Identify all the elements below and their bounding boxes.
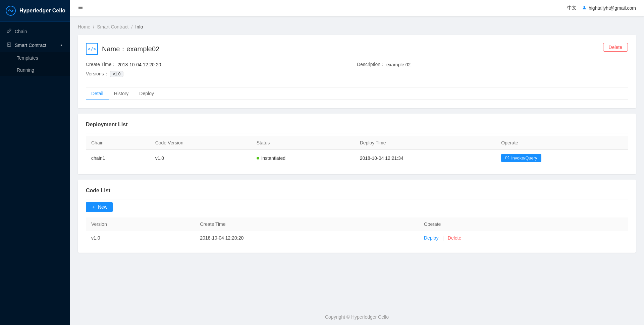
page-info-card: Delete </> Name：example02 Create Time： — [78, 35, 636, 108]
sidebar-item-templates[interactable]: Templates — [0, 52, 70, 64]
breadcrumb-home[interactable]: Home — [78, 24, 90, 29]
code-table-header-row: Version Create Time Operate — [86, 217, 628, 231]
tab-history[interactable]: History — [109, 87, 134, 100]
description-value: example 02 — [386, 62, 411, 67]
tabs: Detail History Deploy — [86, 87, 628, 100]
hamburger-icon[interactable] — [78, 5, 83, 11]
sidebar-navigation: Chain Smart Contract ▲ — [0, 22, 70, 325]
deployment-divider — [86, 133, 628, 133]
code-table: Version Create Time Operate v1.0 2018-10… — [86, 217, 628, 245]
deploy-link[interactable]: Deploy — [424, 235, 439, 241]
create-time-row: Create Time： 2018-10-04 12:20:20 — [86, 62, 357, 68]
page-delete-button[interactable]: Delete — [603, 43, 628, 52]
action-separator: | — [442, 235, 444, 241]
col-version: Version — [86, 217, 195, 231]
sidebar-chain-label: Chain — [15, 29, 27, 34]
col-status: Status — [251, 136, 355, 150]
deployment-table: Chain Code Version Status Deploy Time Op… — [86, 136, 628, 166]
col-code-operate: Operate — [419, 217, 628, 231]
status-dot-icon — [257, 157, 259, 159]
sidebar-smart-contract-header[interactable]: Smart Contract ▲ — [0, 38, 70, 52]
logo-icon — [5, 5, 16, 16]
sidebar-group-smart-contract: Smart Contract ▲ Templates Running — [0, 38, 70, 76]
sidebar-smart-contract-header-left: Smart Contract — [7, 42, 46, 48]
invoke-query-button[interactable]: Invoke/Query — [501, 154, 541, 162]
user-email: hightallyht@gmail.com — [589, 5, 636, 11]
breadcrumb-smart-contract[interactable]: Smart Contract — [97, 24, 128, 29]
code-list-title: Code List — [86, 188, 628, 194]
top-header: 中文 hightallyht@gmail.com — [70, 0, 644, 16]
sidebar-logo-text: Hyperledger Cello — [19, 8, 65, 14]
cell-operate: Invoke/Query — [496, 150, 628, 167]
smart-contract-icon — [7, 42, 11, 48]
tab-deploy-label: Deploy — [139, 91, 154, 96]
tab-detail-label: Detail — [91, 91, 103, 96]
breadcrumb-sep-1: / — [93, 24, 94, 29]
tab-deploy[interactable]: Deploy — [134, 87, 159, 100]
cell-code-create-time: 2018-10-04 12:20:20 — [195, 231, 419, 245]
content-area: Home / Smart Contract / Info Delete </> … — [70, 16, 644, 309]
smart-contract-arrow-icon: ▲ — [60, 43, 63, 47]
deployment-list-card: Deployment List Chain Code Version Statu… — [78, 114, 636, 174]
page-title-icon: </> — [86, 43, 98, 55]
col-create-time: Create Time — [195, 217, 419, 231]
col-deploy-time: Deploy Time — [355, 136, 496, 150]
sidebar-smart-contract-label: Smart Contract — [15, 43, 46, 48]
svg-point-7 — [584, 6, 585, 8]
col-operate: Operate — [496, 136, 628, 150]
svg-point-1 — [8, 10, 9, 11]
invoke-icon — [505, 155, 509, 160]
page-title: Name：example02 — [102, 45, 159, 54]
tab-detail[interactable]: Detail — [86, 87, 109, 100]
sidebar-item-chain[interactable]: Chain — [0, 24, 70, 38]
info-columns: Create Time： 2018-10-04 12:20:20 Version… — [86, 62, 628, 80]
deployment-table-head: Chain Code Version Status Deploy Time Op… — [86, 136, 628, 150]
user-avatar-icon — [582, 5, 587, 11]
code-table-body: v1.0 2018-10-04 12:20:20 Deploy | Delete — [86, 231, 628, 245]
description-label: Description： — [357, 62, 385, 68]
top-header-right: 中文 hightallyht@gmail.com — [567, 5, 636, 11]
breadcrumb-info: Info — [135, 24, 143, 29]
code-divider — [86, 199, 628, 199]
code-icon: </> — [88, 46, 96, 52]
status-badge: Instantiated — [257, 155, 349, 161]
table-row: chain1 v1.0 Instantiated 2018-10-04 12:2… — [86, 150, 628, 167]
deployment-table-header-row: Chain Code Version Status Deploy Time Op… — [86, 136, 628, 150]
svg-point-2 — [12, 10, 13, 11]
page-title-prefix: Name： — [102, 45, 126, 53]
deployment-table-body: chain1 v1.0 Instantiated 2018-10-04 12:2… — [86, 150, 628, 167]
sidebar-templates-label: Templates — [17, 55, 38, 61]
col-chain: Chain — [86, 136, 150, 150]
code-list-card: Code List ＋ New Version Create Time Oper… — [78, 180, 636, 253]
cell-deploy-time: 2018-10-04 12:21:34 — [355, 150, 496, 167]
new-button[interactable]: ＋ New — [86, 202, 113, 212]
svg-rect-3 — [7, 43, 11, 47]
cell-chain: chain1 — [86, 150, 150, 167]
footer: Copyright © Hyperledger Cello — [70, 309, 644, 325]
breadcrumb-sep-2: / — [131, 24, 132, 29]
plus-icon: ＋ — [91, 204, 96, 210]
versions-label: Versions： — [86, 71, 109, 77]
page-title-row: </> Name：example02 — [86, 43, 628, 55]
delete-link[interactable]: Delete — [448, 235, 461, 241]
sidebar-running-label: Running — [17, 67, 34, 73]
versions-row: Versions： v1.0 — [86, 71, 357, 77]
status-text: Instantiated — [261, 155, 285, 161]
info-col-left: Create Time： 2018-10-04 12:20:20 Version… — [86, 62, 357, 80]
svg-line-8 — [507, 156, 509, 158]
description-row: Description： example 02 — [357, 62, 628, 68]
deployment-list-title: Deployment List — [86, 122, 628, 128]
user-info[interactable]: hightallyht@gmail.com — [582, 5, 636, 11]
code-table-head: Version Create Time Operate — [86, 217, 628, 231]
create-time-value: 2018-10-04 12:20:20 — [117, 62, 161, 67]
create-time-label: Create Time： — [86, 62, 116, 68]
sidebar-smart-contract-subitems: Templates Running — [0, 52, 70, 76]
sidebar-item-running[interactable]: Running — [0, 64, 70, 76]
cell-version: v1.0 — [86, 231, 195, 245]
new-button-label: New — [98, 204, 107, 210]
lang-switcher[interactable]: 中文 — [567, 5, 577, 11]
breadcrumb: Home / Smart Contract / Info — [78, 24, 636, 29]
chain-icon — [7, 28, 11, 34]
tab-history-label: History — [114, 91, 129, 96]
cell-status: Instantiated — [251, 150, 355, 167]
